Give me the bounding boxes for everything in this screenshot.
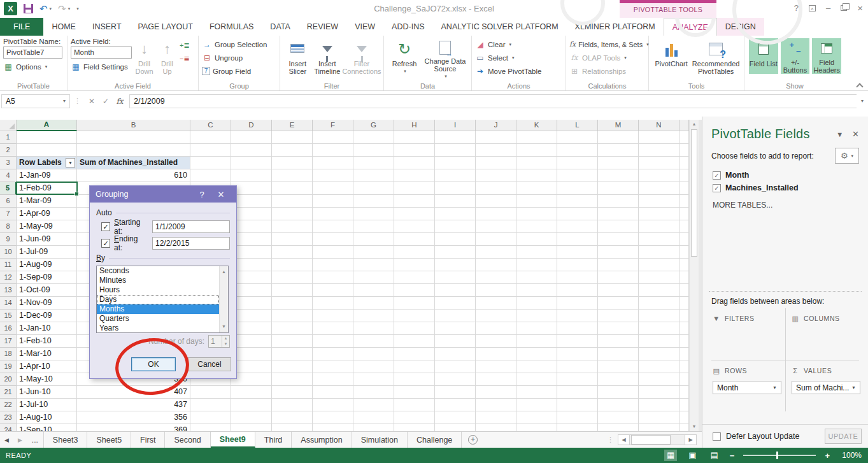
cell-N2[interactable] [639,144,679,157]
cell-partial-24[interactable] [679,424,689,431]
column-header-G[interactable]: G [353,120,394,131]
cell-G8[interactable] [353,220,394,233]
cell-D17[interactable] [231,335,272,348]
cell-L24[interactable] [557,424,598,431]
row-header-9[interactable]: 9 [0,233,17,246]
cell-G3[interactable] [353,157,394,169]
cell-N3[interactable] [639,157,679,169]
sheet-tab-simulation[interactable]: Simulation [352,432,408,448]
column-header-I[interactable]: I [435,120,476,131]
formula-input[interactable]: 2/1/2009 [129,94,857,108]
cell-G21[interactable] [353,386,394,399]
cell-D14[interactable] [231,297,272,310]
row-header-2[interactable]: 2 [0,144,17,157]
cell-J14[interactable] [476,297,516,310]
cell-B1[interactable] [77,131,190,144]
update-button[interactable]: UPDATE [825,429,862,444]
insert-timeline-button[interactable]: Insert Timeline [312,38,343,80]
horizontal-scrollbar[interactable]: ◀ ▶ [618,432,702,448]
cell-A11[interactable]: 1-Aug-09 [17,259,77,271]
cell-G1[interactable] [353,131,394,144]
tools-gear-button[interactable]: ⚙▾ [835,148,859,164]
cell-L3[interactable] [557,157,598,169]
cell-D9[interactable] [231,233,272,246]
spin-up-icon[interactable]: ▲ [222,336,229,341]
cell-M21[interactable] [598,386,639,399]
rows-field-pill[interactable]: Month ▼ [713,381,781,394]
ribbon-tab-add-ins[interactable]: ADD-INS [383,18,432,36]
sheet-tab-sheet3[interactable]: Sheet3 [44,432,88,448]
scroll-up-icon[interactable]: ▲ [690,120,699,129]
row-header-18[interactable]: 18 [0,348,17,360]
field-item-machines-installed[interactable]: ✓Machines_Installed [702,182,868,194]
cell-J13[interactable] [476,284,516,297]
row-header-3[interactable]: 3 [0,157,17,169]
sheet-tab-third[interactable]: Third [255,432,292,448]
olap-tools-button[interactable]: fx OLAP Tools ▾ [569,51,646,64]
cell-G18[interactable] [353,348,394,360]
cell-F16[interactable] [313,322,353,335]
scroll-down-icon[interactable]: ▼ [690,422,699,431]
cell-H13[interactable] [394,284,435,297]
cell-D3[interactable] [231,157,272,169]
cell-I4[interactable] [435,169,476,182]
cell-B3[interactable]: Sum of Machines_Installed [77,157,190,169]
cell-M2[interactable] [598,144,639,157]
cell-E24[interactable] [272,424,313,431]
cell-partial-20[interactable] [679,373,689,386]
cell-F17[interactable] [313,335,353,348]
cell-L12[interactable] [557,271,598,284]
cell-L14[interactable] [557,297,598,310]
cell-K20[interactable] [516,373,557,386]
cell-E14[interactable] [272,297,313,310]
cell-A19[interactable]: 1-Apr-10 [17,360,77,373]
ribbon-tab-review[interactable]: REVIEW [299,18,346,36]
columns-area[interactable]: ▥ COLUMNS [785,308,859,360]
cell-G20[interactable] [353,373,394,386]
cell-N14[interactable] [639,297,679,310]
cell-partial-12[interactable] [679,271,689,284]
cell-L1[interactable] [557,131,598,144]
close-icon[interactable]: × [857,3,863,13]
cell-J24[interactable] [476,424,516,431]
cell-M15[interactable] [598,310,639,322]
cell-E8[interactable] [272,220,313,233]
cell-F19[interactable] [313,360,353,373]
cell-A22[interactable]: 1-Jul-10 [17,399,77,411]
ribbon-tab-analytic-solver-platform[interactable]: ANALYTIC SOLVER PLATFORM [433,18,567,36]
help-icon[interactable]: ? [794,3,799,13]
cell-L11[interactable] [557,259,598,271]
field-checkbox-month[interactable]: ✓ [713,171,721,180]
expand-field-icon[interactable]: +≣ [180,41,190,50]
redo-icon[interactable]: ↷ [58,4,66,13]
cell-A9[interactable]: 1-Jun-09 [17,233,77,246]
row-header-1[interactable]: 1 [0,131,17,144]
ending-at-input[interactable] [152,237,230,250]
cell-F18[interactable] [313,348,353,360]
cell-I11[interactable] [435,259,476,271]
minimize-icon[interactable]: – [826,3,830,13]
cell-I3[interactable] [435,157,476,169]
cell-G6[interactable] [353,195,394,208]
cell-E21[interactable] [272,386,313,399]
cell-K12[interactable] [516,271,557,284]
cell-D21[interactable] [231,386,272,399]
cell-M3[interactable] [598,157,639,169]
customize-qat-icon[interactable]: ▾ [76,6,79,11]
cell-M12[interactable] [598,271,639,284]
cell-H16[interactable] [394,322,435,335]
cell-A3[interactable]: Row Labels▼ [17,157,77,169]
cell-K18[interactable] [516,348,557,360]
cell-E11[interactable] [272,259,313,271]
by-option-days[interactable]: Days [97,295,219,304]
cell-F1[interactable] [313,131,353,144]
ungroup-button[interactable]: ⊟ Ungroup [202,51,277,64]
cell-K16[interactable] [516,322,557,335]
cell-M13[interactable] [598,284,639,297]
column-header-partial[interactable] [679,120,689,131]
cell-M20[interactable] [598,373,639,386]
cell-D19[interactable] [231,360,272,373]
normal-view-icon[interactable]: ▦ [664,450,677,461]
cell-J20[interactable] [476,373,516,386]
cell-K13[interactable] [516,284,557,297]
